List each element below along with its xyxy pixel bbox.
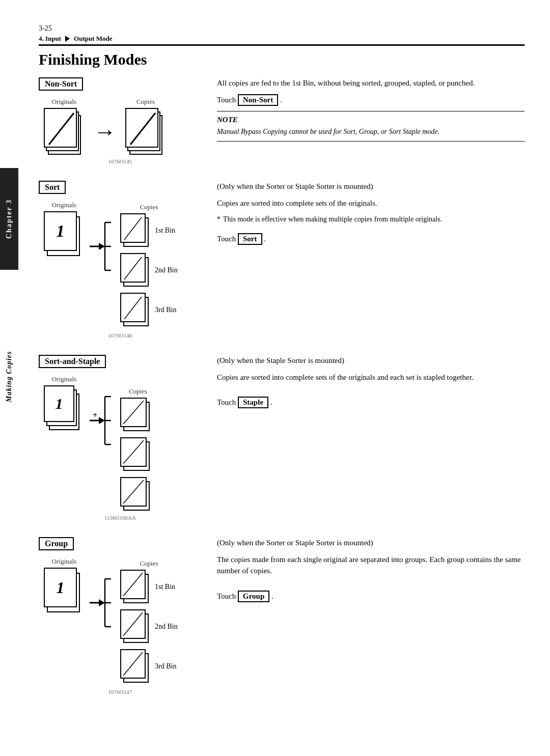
group-bin3-label: 3rd Bin bbox=[155, 662, 178, 670]
sort-section: Sort Originals 2 1 bbox=[39, 181, 525, 339]
page-number: 3-25 bbox=[39, 24, 525, 33]
sort-and-staple-originals-col: Originals 3 2 1 bbox=[44, 374, 85, 436]
non-sort-diagram: Non-Sort Originals 2 1 bbox=[39, 77, 202, 164]
svg-line-28 bbox=[123, 612, 143, 636]
svg-text:+: + bbox=[93, 411, 97, 419]
sort-bin2-row: 1 2nd Bin bbox=[120, 253, 178, 288]
svg-line-1 bbox=[130, 113, 155, 145]
sort-bin1-label: 1st Bin bbox=[155, 227, 178, 235]
group-bins-col: Copies 1 bbox=[120, 558, 178, 687]
sort-originals-col: Originals 2 1 bbox=[44, 200, 85, 260]
sort-and-staple-label: Sort-and-Staple bbox=[39, 355, 106, 368]
section-sub-label: Output Mode bbox=[74, 35, 112, 43]
sort-touch-line: Touch Sort . bbox=[217, 233, 525, 245]
page-wrapper: Chapter 3 Making Copies 3-25 4. Input Ou… bbox=[0, 0, 550, 756]
sort-and-staple-image-code: 1136O100AA bbox=[39, 515, 202, 521]
sort-desc1: (Only when the Sorter or Staple Sorter i… bbox=[217, 181, 525, 192]
sort-image-code: 1076O146 bbox=[39, 332, 202, 339]
group-section: Group Originals 2 1 bbox=[39, 537, 525, 695]
svg-line-27 bbox=[123, 573, 143, 596]
svg-line-19 bbox=[123, 440, 144, 464]
sort-bin3-row: 1 3rd Bin bbox=[120, 293, 178, 327]
sort-and-staple-diagram: Sort-and-Staple Originals 3 2 bbox=[39, 355, 202, 521]
sort-bin3-label: 3rd Bin bbox=[155, 306, 178, 314]
svg-line-0 bbox=[49, 113, 74, 145]
group-diagram-area: Originals 2 1 bbox=[44, 556, 202, 687]
group-diagram: Group Originals 2 1 bbox=[39, 537, 202, 695]
sort-and-staple-diagram-area: Originals 3 2 1 bbox=[44, 374, 202, 513]
svg-marker-3 bbox=[99, 243, 105, 250]
sort-connector bbox=[90, 213, 115, 279]
group-bin1-row: 1 1st Bin bbox=[120, 570, 178, 604]
non-sort-touch-line: Touch Non-Sort . bbox=[217, 94, 525, 106]
group-copies-caption: Copies bbox=[120, 559, 178, 568]
non-sort-touch-prefix: Touch bbox=[217, 96, 236, 104]
svg-marker-12 bbox=[99, 417, 105, 424]
svg-marker-22 bbox=[99, 599, 105, 606]
sort-and-staple-desc1: (Only when the Staple Sorter is mounted) bbox=[217, 355, 525, 367]
sort-and-staple-touch-suffix: . bbox=[270, 398, 272, 406]
sort-and-staple-desc2: Copies are sorted into complete sets of … bbox=[217, 372, 525, 383]
sidebar-making-label: Making Copies bbox=[0, 275, 18, 479]
non-sort-note-title: NOTE bbox=[217, 116, 525, 124]
group-originals-caption: Originals bbox=[52, 557, 76, 566]
section-label: 4. Input bbox=[39, 35, 61, 43]
sort-and-staple-copies-col: Copies 1 bbox=[120, 386, 156, 513]
sidebar: Chapter 3 Making Copies bbox=[0, 0, 26, 756]
non-sort-touch-suffix: . bbox=[280, 96, 282, 104]
sort-and-staple-description: (Only when the Staple Sorter is mounted)… bbox=[212, 355, 525, 521]
group-bin2-label: 2nd Bin bbox=[155, 623, 178, 631]
sort-diagram: Sort Originals 2 1 bbox=[39, 181, 202, 339]
sort-touch-suffix: . bbox=[264, 235, 266, 243]
group-desc1: (Only when the Sorter or Staple Sorter i… bbox=[217, 537, 525, 549]
sort-bin1-row: 1 1st Bin bbox=[120, 213, 178, 248]
sort-and-staple-originals-caption: Originals bbox=[52, 375, 76, 383]
group-originals-col: Originals 2 1 bbox=[44, 556, 85, 616]
group-bin2-row: 2 2nd Bin bbox=[120, 609, 178, 644]
svg-line-8 bbox=[124, 217, 142, 240]
sort-and-staple-copies-caption: Copies bbox=[120, 387, 156, 396]
sort-button[interactable]: Sort bbox=[238, 233, 262, 245]
svg-line-10 bbox=[124, 297, 142, 319]
sort-bin2-label: 2nd Bin bbox=[155, 266, 178, 274]
non-sort-note-text: Manual Bypass Copying cannot be used for… bbox=[217, 126, 525, 137]
svg-line-29 bbox=[123, 652, 143, 676]
non-sort-section: Non-Sort Originals 2 1 bbox=[39, 77, 525, 164]
group-desc2: The copies made from each single origina… bbox=[217, 554, 525, 577]
group-button[interactable]: Group bbox=[238, 591, 269, 602]
non-sort-description: All copies are fed to the 1st Bin, witho… bbox=[212, 77, 525, 164]
group-touch-line: Touch Group . bbox=[217, 591, 525, 602]
group-description: (Only when the Sorter or Staple Sorter i… bbox=[212, 537, 525, 695]
non-sort-copies-caption: Copies bbox=[136, 98, 155, 106]
sort-and-staple-connector: + bbox=[90, 387, 115, 454]
sort-touch-prefix: Touch bbox=[217, 235, 236, 243]
sort-and-staple-section: Sort-and-Staple Originals 3 2 bbox=[39, 355, 525, 521]
non-sort-arrow-icon: → bbox=[94, 119, 116, 145]
section-arrow-icon bbox=[65, 36, 70, 42]
main-content: 3-25 4. Input Output Mode Finishing Mode… bbox=[26, 15, 550, 720]
sort-asterisk-note: This mode is effective when making multi… bbox=[217, 214, 525, 225]
svg-line-20 bbox=[123, 480, 144, 503]
staple-button[interactable]: Staple bbox=[238, 397, 268, 408]
non-sort-originals-col: Originals 2 1 bbox=[44, 97, 85, 156]
group-image-code: 1076O147 bbox=[39, 689, 202, 695]
sort-and-staple-touch-prefix: Touch bbox=[217, 398, 236, 406]
group-connector bbox=[90, 570, 115, 636]
sort-bins-col: Copies 1 bbox=[120, 202, 178, 330]
non-sort-note-block: NOTE Manual Bypass Copying cannot be use… bbox=[217, 111, 525, 142]
sort-copies-caption: Copies bbox=[120, 203, 178, 211]
sort-description: (Only when the Sorter or Staple Sorter i… bbox=[212, 181, 525, 339]
non-sort-label: Non-Sort bbox=[39, 77, 83, 91]
non-sort-desc-text: All copies are fed to the 1st Bin, witho… bbox=[217, 77, 525, 89]
sort-diagram-area: Originals 2 1 bbox=[44, 200, 202, 330]
group-touch-suffix: . bbox=[271, 592, 273, 600]
non-sort-button[interactable]: Non-Sort bbox=[238, 94, 278, 106]
svg-line-18 bbox=[123, 401, 144, 424]
non-sort-copies-col: Copies 2 1 bbox=[125, 97, 166, 156]
non-sort-originals-caption: Originals bbox=[52, 98, 76, 106]
non-sort-diagram-area: Originals 2 1 bbox=[44, 97, 202, 156]
svg-line-9 bbox=[124, 257, 142, 279]
group-label: Group bbox=[39, 537, 74, 550]
non-sort-image-code: 1076O145 bbox=[39, 158, 202, 164]
sort-originals-caption: Originals bbox=[52, 201, 76, 209]
